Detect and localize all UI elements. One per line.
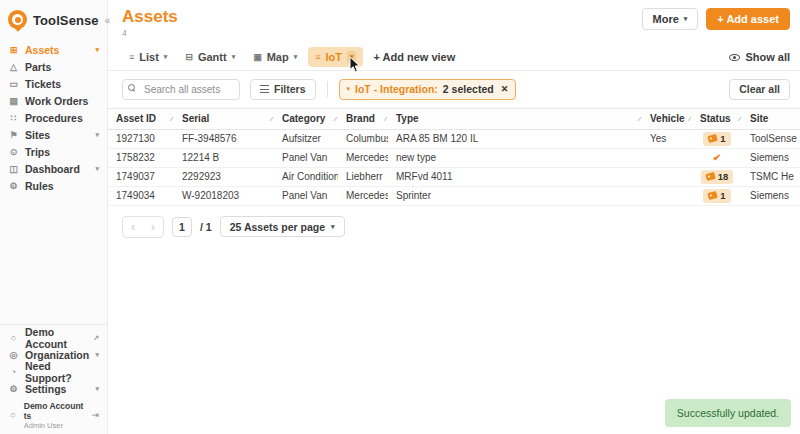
cell-brand: Liebherr <box>338 171 388 182</box>
account-icon: ○ <box>8 333 19 343</box>
sidebar-footer-item[interactable]: ○ Demo Account ▾ ↗ <box>0 330 107 347</box>
view-tab-label: List <box>139 51 159 63</box>
external-link-icon: ↗ <box>93 334 99 342</box>
column-header-type[interactable]: Type⁄⁄ <box>388 113 642 124</box>
view-tab-label: Map <box>267 51 289 63</box>
app-window: ToolSense « ⊞ Assets ▾ △ Parts ▾ ▭ Ticke… <box>0 0 800 434</box>
work-orders-icon: ▤ <box>8 96 19 106</box>
sidebar-item[interactable]: ▤ Work Orders ▾ <box>0 92 107 109</box>
current-page[interactable]: 1 <box>172 217 192 237</box>
user-account-row[interactable]: ○ Demo Account ts Admin User ⇥ <box>0 398 107 430</box>
organization-icon: ◎ <box>8 350 19 360</box>
chevron-down-icon: ▾ <box>95 46 99 54</box>
sidebar-item[interactable]: ⊙ Trips ▾ <box>0 143 107 160</box>
more-button[interactable]: More ▾ <box>642 8 699 30</box>
asset-count: 4 <box>122 28 178 38</box>
sidebar-nav: ⊞ Assets ▾ △ Parts ▾ ▭ Tickets ▾ ▤ Work … <box>0 41 107 194</box>
cell-type: new type <box>388 152 642 163</box>
success-toast: Successfully updated. <box>665 399 791 427</box>
sidebar-item[interactable]: ∷ Procedures ▾ <box>0 109 107 126</box>
view-tab[interactable]: ≡ List ▾ <box>122 47 174 67</box>
main-content: Assets 4 More ▾ + Add asset ≡ List ▾ ⊟ G… <box>108 0 800 434</box>
sidebar-item-label: Tickets <box>25 78 61 90</box>
tag-icon <box>708 191 719 200</box>
cell-serial: 2292923 <box>174 171 274 182</box>
chevron-down-icon: ▾ <box>331 223 335 231</box>
show-all-button[interactable]: Show all <box>729 51 790 63</box>
column-header-brand[interactable]: Brand⁄⁄ <box>338 113 388 124</box>
chevron-down-icon[interactable]: ▾ <box>347 51 357 63</box>
logout-icon[interactable]: ⇥ <box>91 410 99 420</box>
chevron-down-icon: ▾ <box>95 131 99 139</box>
tag-icon <box>708 134 719 143</box>
cell-asset-id: 1749034 <box>108 190 174 201</box>
pagination: ‹ › 1 / 1 25 Assets per page ▾ <box>108 206 800 238</box>
chevron-down-icon: ▾ <box>95 385 99 393</box>
chevron-down-icon[interactable]: ▾ <box>294 53 298 61</box>
cell-asset-id: 1758232 <box>108 152 174 163</box>
cell-site: TSMC He <box>742 171 800 182</box>
filter-chip-iot-integration[interactable]: ▾ IoT - Integration: 2 selected ✕ <box>339 79 517 100</box>
sidebar-item[interactable]: ◫ Dashboard ▾ <box>0 160 107 177</box>
table-row[interactable]: 1749034 W-92018203 Panel Van Mercedes Sp… <box>108 187 800 206</box>
add-asset-button[interactable]: + Add asset <box>706 8 790 30</box>
clear-all-button[interactable]: Clear all <box>729 79 790 100</box>
column-header-serial[interactable]: Serial⁄⁄ <box>174 113 274 124</box>
sidebar: ToolSense « ⊞ Assets ▾ △ Parts ▾ ▭ Ticke… <box>0 0 108 434</box>
iot-icon: ≡ <box>315 52 320 62</box>
add-new-view-button[interactable]: + Add new view <box>373 51 455 63</box>
sidebar-item[interactable]: ⚙ Rules ▾ <box>0 177 107 194</box>
status-tag-badge: 1 <box>703 132 730 146</box>
column-header-category[interactable]: Category⁄⁄ <box>274 113 338 124</box>
view-tab-label: Gantt <box>198 51 227 63</box>
view-tab[interactable]: ⊟ Gantt ▾ <box>178 47 242 67</box>
sidebar-footer: ○ Demo Account ▾ ↗ ◎ Organization ▾ ↗ ◔ … <box>0 324 107 434</box>
cell-status: 1 ✔ <box>692 132 742 146</box>
close-icon[interactable]: ✕ <box>501 84 509 94</box>
chevron-down-icon: ▾ <box>684 15 688 23</box>
search-input[interactable] <box>122 79 240 100</box>
table-row[interactable]: 1927130 FF-3948576 Aufsitzer Columbus AR… <box>108 130 800 149</box>
cell-type: ARA 85 BM 120 IL <box>388 133 642 144</box>
filters-button[interactable]: Filters <box>250 79 316 100</box>
table-row[interactable]: 1749037 2292923 Air Conditione Liebherr … <box>108 168 800 187</box>
chevron-down-icon[interactable]: ▾ <box>164 53 168 61</box>
sidebar-item-label: Sites <box>25 129 50 141</box>
chevron-down-icon: ▾ <box>95 165 99 173</box>
page-title: Assets <box>122 8 178 26</box>
next-page-button[interactable]: › <box>143 217 163 237</box>
sidebar-item[interactable]: ⊞ Assets ▾ <box>0 41 107 58</box>
view-tabbar: ≡ List ▾ ⊟ Gantt ▾ ▣ Map ▾ ≡ IoT ▾ + Add… <box>108 38 800 71</box>
sidebar-item[interactable]: ⚑ Sites ▾ <box>0 126 107 143</box>
cell-serial: 12214 B <box>174 152 274 163</box>
cell-asset-id: 1749037 <box>108 171 174 182</box>
chevron-down-icon[interactable]: ▾ <box>232 53 236 61</box>
cell-brand: Columbus <box>338 133 388 144</box>
cell-status: 18 ✔ <box>692 170 742 184</box>
filter-bar: Filters ▾ IoT - Integration: 2 selected … <box>108 71 800 108</box>
sidebar-footer-item-label: Settings <box>25 383 66 395</box>
sidebar-item[interactable]: △ Parts ▾ <box>0 58 107 75</box>
column-header-site[interactable]: Site⁄⁄ <box>742 113 800 124</box>
map-icon: ▣ <box>253 52 262 62</box>
view-tab[interactable]: ▣ Map ▾ <box>246 47 304 67</box>
cell-site: Siemens <box>742 190 800 201</box>
list-icon: ≡ <box>129 52 134 62</box>
cell-site: Siemens <box>742 152 800 163</box>
per-page-select[interactable]: 25 Assets per page ▾ <box>220 216 345 237</box>
sidebar-item[interactable]: ▭ Tickets ▾ <box>0 75 107 92</box>
cell-type: MRFvd 4011 <box>388 171 642 182</box>
column-header-asset-id[interactable]: Asset ID⁄⁄ <box>108 113 174 124</box>
sidebar-item-label: Work Orders <box>25 95 88 107</box>
view-tab[interactable]: ≡ IoT ▾ <box>308 47 363 67</box>
divider <box>327 81 328 97</box>
tickets-icon: ▭ <box>8 79 19 89</box>
cell-site: ToolSense <box>742 133 800 144</box>
table-row[interactable]: 1758232 12214 B Panel Van Mercedes new t… <box>108 149 800 168</box>
sidebar-footer-item[interactable]: ◔ Need Support? ▾ ↗ <box>0 364 107 381</box>
status-tag-badge: 18 <box>701 170 734 184</box>
prev-page-button[interactable]: ‹ <box>123 217 143 237</box>
cell-brand: Mercedes <box>338 190 388 201</box>
column-header-status[interactable]: Status⁄⁄ <box>692 113 742 124</box>
column-header-vehicle[interactable]: Vehicle⁄⁄ <box>642 113 692 124</box>
